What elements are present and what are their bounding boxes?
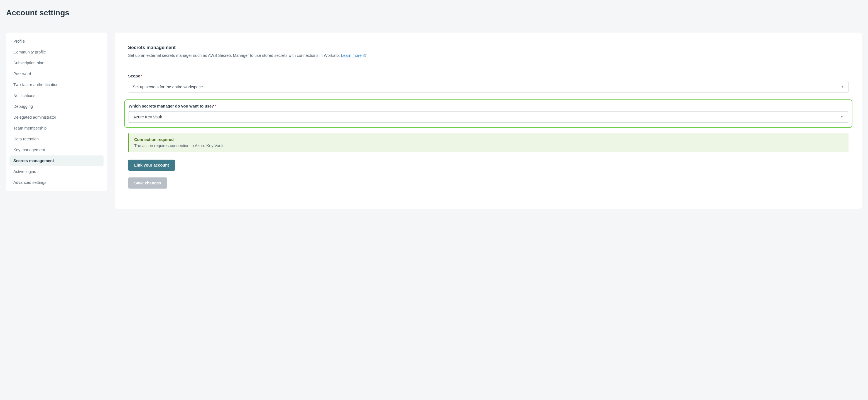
learn-more-label: Learn more — [341, 53, 362, 58]
chevron-down-icon: ▼ — [840, 115, 843, 118]
manager-select-value: Azure Key Vault — [133, 115, 162, 119]
section-description: Set up an external secrets manager such … — [128, 53, 848, 59]
sidebar-item-subscription-plan[interactable]: Subscription plan — [9, 58, 103, 68]
manager-label: Which secrets manager do you want to use… — [129, 104, 848, 108]
sidebar-item-profile[interactable]: Profile — [9, 36, 103, 47]
section-divider — [128, 66, 848, 66]
sidebar-item-community-profile[interactable]: Community profile — [9, 47, 103, 57]
learn-more-link[interactable]: Learn more — [341, 53, 367, 58]
sidebar-item-active-logins[interactable]: Active logins — [9, 166, 103, 177]
manager-select[interactable]: Azure Key Vault ▼ — [129, 111, 848, 123]
sidebar-item-data-retention[interactable]: Data retention — [9, 134, 103, 144]
highlighted-manager-field: Which secrets manager do you want to use… — [124, 99, 852, 128]
section-description-text: Set up an external secrets manager such … — [128, 53, 340, 58]
banner-title: Connection required — [134, 137, 843, 142]
section-title: Secrets management — [128, 45, 848, 50]
scope-field: Scope* Set up secrets for the entire wor… — [128, 74, 848, 93]
save-changes-button: Save changes — [128, 177, 167, 189]
scope-label: Scope* — [128, 74, 848, 78]
sidebar-item-team-membership[interactable]: Team membership — [9, 123, 103, 134]
required-indicator: * — [215, 104, 216, 108]
divider — [6, 24, 862, 24]
banner-text: The action requires connection to Azure … — [134, 143, 843, 148]
connection-required-banner: Connection required The action requires … — [128, 134, 848, 152]
link-account-button[interactable]: Link your account — [128, 160, 175, 171]
sidebar: Profile Community profile Subscription p… — [6, 33, 107, 191]
scope-select[interactable]: Set up secrets for the entire workspace … — [128, 81, 848, 93]
sidebar-item-secrets-management[interactable]: Secrets management — [9, 155, 103, 166]
svg-line-0 — [365, 54, 366, 56]
sidebar-item-debugging[interactable]: Debugging — [9, 101, 103, 112]
chevron-down-icon: ▼ — [841, 85, 844, 88]
sidebar-item-password[interactable]: Password — [9, 68, 103, 79]
sidebar-item-two-factor-authentication[interactable]: Two-factor authentication — [9, 79, 103, 90]
required-indicator: * — [141, 74, 143, 78]
main-content: Secrets management Set up an external se… — [115, 33, 862, 209]
sidebar-item-notifications[interactable]: Notifications — [9, 90, 103, 101]
scope-select-value: Set up secrets for the entire workspace — [133, 85, 203, 89]
page-title: Account settings — [6, 6, 862, 24]
sidebar-item-key-management[interactable]: Key management — [9, 145, 103, 155]
sidebar-item-advanced-settings[interactable]: Advanced settings — [9, 177, 103, 188]
sidebar-item-delegated-administrator[interactable]: Delegated administrator — [9, 112, 103, 122]
external-link-icon — [363, 53, 367, 59]
